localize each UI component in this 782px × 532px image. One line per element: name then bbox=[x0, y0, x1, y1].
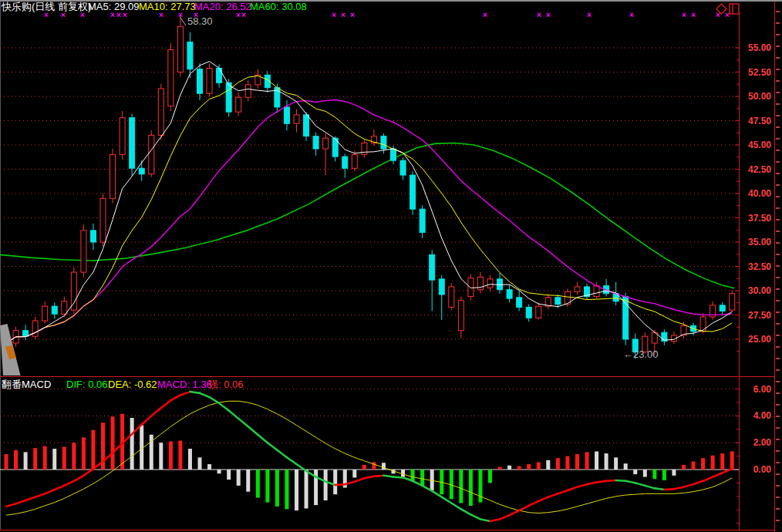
dea-value: DEA: -0.62 bbox=[108, 379, 157, 390]
macd-tick-label: 0.00 bbox=[737, 464, 771, 475]
dif-line bbox=[6, 392, 732, 521]
strip-mark bbox=[776, 126, 780, 128]
strip-mark bbox=[776, 138, 780, 140]
signal-x-mark: × bbox=[725, 12, 730, 19]
macd-value: MACD: 1.36 bbox=[157, 379, 212, 390]
signal-x-mark: × bbox=[80, 12, 85, 19]
strip-mark bbox=[776, 265, 780, 267]
strip-mark bbox=[776, 103, 780, 105]
strip-mark bbox=[776, 196, 780, 197]
signal-x-mark: × bbox=[682, 12, 686, 19]
signal-x-mark: × bbox=[537, 12, 541, 19]
strip-mark bbox=[776, 254, 780, 255]
strip-mark bbox=[776, 427, 780, 429]
strip-mark bbox=[776, 323, 780, 325]
signal-x-mark: × bbox=[546, 12, 551, 19]
strip-mark bbox=[776, 80, 780, 82]
price-tick-label: 40.00 bbox=[737, 188, 771, 199]
strip-mark bbox=[776, 277, 780, 278]
strip-mark bbox=[776, 485, 780, 487]
price-tick-label: 52.50 bbox=[737, 67, 771, 78]
strip-mark bbox=[776, 439, 780, 440]
macd-tick-label: 2.00 bbox=[737, 437, 771, 448]
price-tick-label: 32.50 bbox=[737, 261, 771, 272]
strip-mark bbox=[776, 311, 780, 313]
strip-mark bbox=[776, 69, 780, 70]
strip-mark bbox=[776, 358, 780, 359]
signal-x-mark: × bbox=[123, 12, 127, 19]
macd-indicator-name: 翻番MACD bbox=[2, 379, 51, 390]
price-tick-label: 47.50 bbox=[737, 116, 771, 126]
strip-mark bbox=[776, 369, 780, 371]
strip-mark bbox=[776, 335, 780, 336]
strip-mark bbox=[776, 381, 780, 382]
right-side-strip[interactable] bbox=[774, 2, 782, 532]
price-tick-label: 27.50 bbox=[737, 310, 771, 321]
strip-mark bbox=[776, 288, 780, 290]
price-tick-label: 50.00 bbox=[737, 91, 771, 102]
macd-tick-label: 4.00 bbox=[737, 410, 771, 421]
strip-mark bbox=[776, 34, 780, 35]
signal-x-mark: × bbox=[241, 12, 246, 19]
signal-x-mark: × bbox=[194, 12, 198, 19]
price-tick-label: 30.00 bbox=[737, 285, 771, 296]
price-tick-label: 35.00 bbox=[737, 237, 771, 247]
candles bbox=[4, 15, 735, 359]
strip-border bbox=[774, 2, 775, 532]
strip-mark bbox=[776, 92, 780, 93]
strip-mark bbox=[776, 462, 780, 463]
signal-x-mark: × bbox=[178, 12, 183, 19]
trough-price-label: ←23.00 bbox=[623, 349, 659, 360]
strip-mark bbox=[776, 173, 780, 174]
strip-mark bbox=[776, 22, 780, 24]
signal-x-mark: × bbox=[116, 12, 121, 19]
strip-mark bbox=[776, 11, 780, 12]
strip-mark bbox=[776, 242, 780, 244]
dea-line bbox=[6, 401, 732, 515]
strip-mark bbox=[776, 450, 780, 452]
strip-mark bbox=[776, 207, 780, 209]
strip-mark bbox=[776, 219, 780, 221]
macd-tick-label: 6.00 bbox=[737, 384, 771, 395]
strip-mark bbox=[776, 150, 780, 151]
price-tick-label: 37.50 bbox=[737, 213, 771, 224]
strip-mark bbox=[776, 115, 780, 116]
strip-mark bbox=[776, 57, 780, 59]
signal-x-mark: × bbox=[236, 12, 241, 19]
strip-mark bbox=[776, 392, 780, 394]
strip-mark bbox=[776, 300, 780, 301]
ma5-line bbox=[6, 62, 732, 343]
peak-price-label: 58.30 bbox=[187, 16, 213, 27]
panel-divider bbox=[0, 376, 782, 377]
signal-x-mark: × bbox=[691, 12, 696, 19]
price-tick-label: 25.00 bbox=[737, 334, 771, 345]
strip-mark bbox=[776, 520, 780, 521]
price-tick-label: 42.50 bbox=[737, 164, 771, 175]
signal-x-mark: × bbox=[159, 12, 163, 19]
strip-mark bbox=[776, 231, 780, 232]
strip-mark bbox=[776, 45, 780, 47]
strip-mark bbox=[776, 497, 780, 498]
strip-mark bbox=[776, 473, 780, 475]
signal-x-mark: × bbox=[587, 12, 592, 19]
signal-x-mark: × bbox=[483, 12, 487, 19]
chart-canvas[interactable] bbox=[0, 0, 782, 532]
price-tick-label: 55.00 bbox=[737, 42, 771, 53]
dif-value: DIF: 0.06 bbox=[66, 379, 107, 390]
bottom-border bbox=[0, 530, 782, 530]
signal-x-mark: × bbox=[110, 12, 115, 19]
signal-x-mark: × bbox=[629, 12, 634, 19]
strip-mark bbox=[776, 346, 780, 348]
strip-mark bbox=[776, 404, 780, 406]
strip-mark bbox=[776, 184, 780, 186]
signal-x-mark: × bbox=[61, 12, 66, 19]
price-tick-label: 45.00 bbox=[737, 140, 771, 150]
signal-x-mark: × bbox=[341, 12, 345, 19]
signal-x-mark: × bbox=[332, 12, 336, 19]
signal-x-mark: × bbox=[716, 12, 720, 19]
strip-mark bbox=[776, 416, 780, 417]
strength-value: 强: 0.06 bbox=[208, 379, 244, 390]
strip-mark bbox=[776, 161, 780, 163]
stock-chart-window: 快乐购(日线 前复权) MA5: 29.09 MA10: 27.73 MA20:… bbox=[0, 0, 782, 532]
strip-mark bbox=[776, 508, 780, 510]
